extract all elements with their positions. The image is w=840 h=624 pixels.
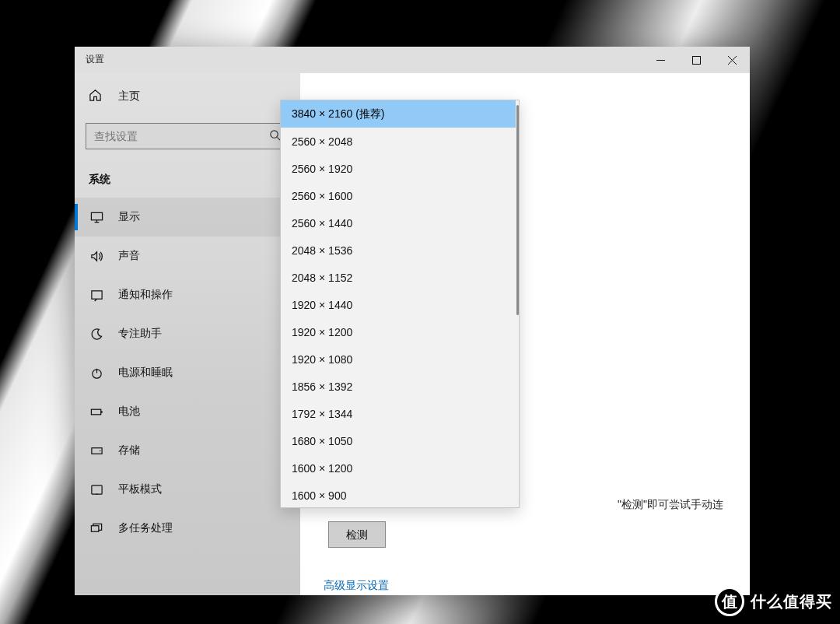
advanced-display-link[interactable]: 高级显示设置 — [324, 579, 389, 593]
svg-rect-5 — [91, 409, 100, 415]
tablet-icon — [89, 483, 104, 496]
resolution-option[interactable]: 1920 × 1440 — [281, 291, 516, 318]
resolution-option[interactable]: 1600 × 900 — [281, 482, 516, 507]
nav-item-tablet[interactable]: 平板模式 — [75, 470, 300, 509]
nav-item-label: 存储 — [118, 443, 140, 457]
nav-list: 显示声音通知和操作专注助手电源和睡眠电池存储平板模式多任务处理 — [75, 198, 300, 548]
detect-button[interactable]: 检测 — [328, 521, 386, 548]
resolution-option[interactable]: 1600 × 1200 — [281, 454, 516, 482]
resolution-option[interactable]: 1856 × 1392 — [281, 373, 516, 400]
nav-item-label: 多任务处理 — [118, 521, 173, 535]
svg-rect-10 — [91, 525, 98, 531]
nav-item-label: 声音 — [118, 249, 140, 263]
resolution-option[interactable]: 2048 × 1536 — [281, 237, 516, 264]
nav-item-monitor[interactable]: 显示 — [75, 198, 300, 237]
nav-item-label: 显示 — [118, 210, 140, 224]
resolution-option[interactable]: 1792 × 1344 — [281, 400, 516, 427]
svg-rect-3 — [91, 290, 101, 298]
nav-item-storage[interactable]: 存储 — [75, 431, 300, 470]
resolution-dropdown[interactable]: 3840 × 2160 (推荐)2560 × 20482560 × 192025… — [280, 100, 520, 508]
watermark-text: 什么值得买 — [751, 591, 832, 612]
nav-item-label: 通知和操作 — [118, 288, 173, 302]
svg-point-1 — [271, 131, 278, 138]
nav-item-label: 电池 — [118, 405, 140, 419]
svg-rect-0 — [692, 56, 700, 64]
power-icon — [89, 366, 104, 380]
watermark-badge: 值 — [715, 587, 744, 616]
resolution-option[interactable]: 2560 × 1440 — [281, 209, 516, 237]
nav-item-label: 平板模式 — [118, 482, 162, 496]
nav-item-moon[interactable]: 专注助手 — [75, 314, 300, 353]
window-title: 设置 — [75, 47, 115, 73]
home-button[interactable]: 主页 — [75, 81, 300, 112]
resolution-option[interactable]: 3840 × 2160 (推荐) — [281, 100, 516, 128]
search-input[interactable] — [94, 130, 269, 142]
resolution-option[interactable]: 2048 × 1152 — [281, 264, 516, 291]
resolution-option[interactable]: 2560 × 2048 — [281, 128, 516, 155]
section-label: 系统 — [75, 149, 300, 198]
search-icon — [269, 129, 281, 143]
nav-item-notification[interactable]: 通知和操作 — [75, 275, 300, 314]
close-button[interactable] — [714, 47, 750, 73]
nav-item-sound[interactable]: 声音 — [75, 237, 300, 275]
sidebar: 主页 系统 显示声音通知和操作专注助手电源和睡眠电池存储平板模式多任务处理 — [75, 73, 300, 595]
resolution-option[interactable]: 1920 × 1080 — [281, 345, 516, 373]
svg-rect-6 — [101, 411, 102, 413]
resolution-option[interactable]: 1920 × 1200 — [281, 318, 516, 345]
maximize-button[interactable] — [678, 47, 714, 73]
svg-point-8 — [99, 450, 100, 451]
desktop-background: 设置 主页 — [0, 0, 840, 624]
battery-icon — [89, 405, 104, 419]
sound-icon — [89, 250, 104, 263]
watermark: 值 什么值得买 — [715, 587, 832, 616]
resolution-option[interactable]: 2560 × 1920 — [281, 155, 516, 182]
home-label: 主页 — [118, 89, 140, 103]
nav-item-power[interactable]: 电源和睡眠 — [75, 353, 300, 392]
notification-icon — [89, 289, 104, 302]
nav-item-label: 专注助手 — [118, 327, 162, 341]
resolution-option[interactable]: 2560 × 1600 — [281, 182, 516, 209]
svg-rect-2 — [91, 212, 102, 219]
storage-icon — [89, 444, 104, 457]
home-icon — [89, 89, 104, 104]
nav-item-battery[interactable]: 电池 — [75, 392, 300, 431]
minimize-button[interactable] — [642, 47, 678, 73]
search-box[interactable] — [86, 123, 289, 149]
search-container — [75, 112, 300, 149]
monitor-icon — [89, 211, 104, 224]
multitask-icon — [89, 522, 104, 535]
titlebar: 设置 — [75, 47, 750, 73]
nav-item-label: 电源和睡眠 — [118, 366, 173, 380]
dropdown-scrollbar[interactable] — [516, 100, 519, 507]
nav-item-multitask[interactable]: 多任务处理 — [75, 509, 300, 548]
resolution-option[interactable]: 1680 × 1050 — [281, 427, 516, 454]
dropdown-items: 3840 × 2160 (推荐)2560 × 20482560 × 192025… — [281, 100, 516, 507]
svg-rect-9 — [91, 485, 101, 493]
moon-icon — [89, 328, 104, 341]
